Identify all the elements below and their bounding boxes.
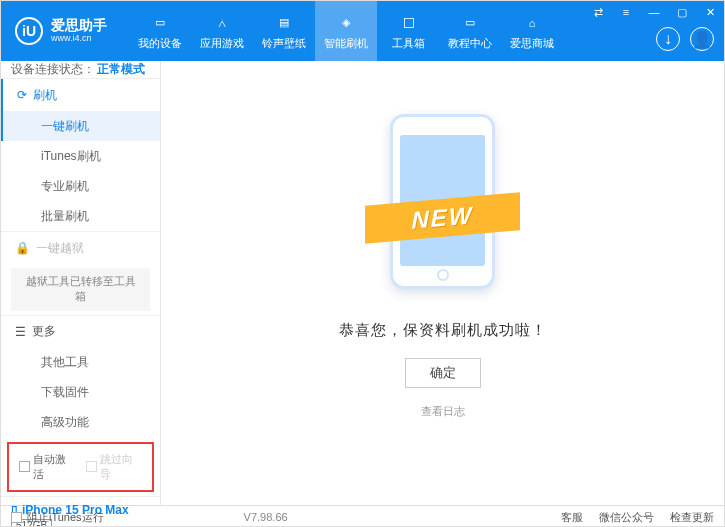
sidebar-flash-header[interactable]: ⟳ 刷机 xyxy=(1,79,160,111)
nav-smart-flash[interactable]: ◈智能刷机 xyxy=(315,1,377,61)
nav-store[interactable]: ⌂爱思商城 xyxy=(501,1,563,61)
success-message: 恭喜您，保资料刷机成功啦！ xyxy=(339,321,547,340)
sidebar-jailbreak-header: 🔒 一键越狱 xyxy=(1,232,160,264)
window-controls: ⇄ ≡ — ▢ ✕ xyxy=(584,1,724,23)
header: iU 爱思助手 www.i4.cn ▭我的设备 ⩑应用游戏 ▤铃声壁纸 ◈智能刷… xyxy=(1,1,724,61)
footer-customer-service[interactable]: 客服 xyxy=(561,510,583,525)
nav-my-device[interactable]: ▭我的设备 xyxy=(129,1,191,61)
success-illustration: NEW xyxy=(343,111,543,291)
logo[interactable]: iU 爱思助手 www.i4.cn xyxy=(1,17,121,45)
sidebar-item-pro[interactable]: 专业刷机 xyxy=(1,171,160,201)
menu-icon[interactable]: ≡ xyxy=(612,1,640,23)
refresh-icon: ⟳ xyxy=(17,88,27,102)
flash-icon: ◈ xyxy=(335,12,357,34)
close-icon[interactable]: ✕ xyxy=(696,1,724,23)
image-icon: ▤ xyxy=(273,12,295,34)
main-content: NEW 恭喜您，保资料刷机成功啦！ 确定 查看日志 xyxy=(161,61,724,505)
store-icon: ⌂ xyxy=(521,12,543,34)
footer-check-update[interactable]: 检查更新 xyxy=(670,510,714,525)
sidebar-more-header[interactable]: ☰ 更多 xyxy=(1,316,160,348)
nav-apps-games[interactable]: ⩑应用游戏 xyxy=(191,1,253,61)
nav-tutorial[interactable]: ▭教程中心 xyxy=(439,1,501,61)
version-label: V7.98.66 xyxy=(244,511,288,523)
toolbox-icon: 🞎 xyxy=(397,12,419,34)
app-url: www.i4.cn xyxy=(51,34,107,44)
auto-activate-checkbox[interactable]: 自动激活 xyxy=(19,452,76,482)
nav-ringtone-wallpaper[interactable]: ▤铃声壁纸 xyxy=(253,1,315,61)
sidebar-item-advanced[interactable]: 高级功能 xyxy=(1,408,160,438)
phone-icon: ▭ xyxy=(149,12,171,34)
maximize-icon[interactable]: ▢ xyxy=(668,1,696,23)
sidebar-item-itunes[interactable]: iTunes刷机 xyxy=(1,141,160,171)
menu-icon: ☰ xyxy=(15,325,26,339)
lock-icon: 🔒 xyxy=(15,241,30,255)
minimize-icon[interactable]: — xyxy=(640,1,668,23)
activation-options: 自动激活 跳过向导 xyxy=(7,442,154,492)
top-nav: ▭我的设备 ⩑应用游戏 ▤铃声壁纸 ◈智能刷机 🞎工具箱 ▭教程中心 ⌂爱思商城 xyxy=(129,1,563,61)
ok-button[interactable]: 确定 xyxy=(405,358,481,388)
view-log-link[interactable]: 查看日志 xyxy=(421,404,465,419)
user-button[interactable]: 👤 xyxy=(690,27,714,51)
nav-toolbox[interactable]: 🞎工具箱 xyxy=(377,1,439,61)
skip-guide-checkbox[interactable]: 跳过向导 xyxy=(86,452,143,482)
new-ribbon: NEW xyxy=(365,192,520,244)
sidebar-item-batch[interactable]: 批量刷机 xyxy=(1,201,160,231)
sidebar: 设备连接状态： 正常模式 ⟳ 刷机 一键刷机 iTunes刷机 专业刷机 批量刷… xyxy=(1,61,161,505)
switch-icon[interactable]: ⇄ xyxy=(584,1,612,23)
sidebar-item-oneclick[interactable]: 一键刷机 xyxy=(1,111,160,141)
connection-status: 设备连接状态： 正常模式 xyxy=(1,61,160,79)
book-icon: ▭ xyxy=(459,12,481,34)
block-itunes-checkbox[interactable]: 阻止iTunes运行 xyxy=(11,510,104,525)
apps-icon: ⩑ xyxy=(211,12,233,34)
download-button[interactable]: ↓ xyxy=(656,27,680,51)
app-title: 爱思助手 xyxy=(51,18,107,33)
jailbreak-note: 越狱工具已转移至工具箱 xyxy=(11,268,150,311)
logo-icon: iU xyxy=(15,17,43,45)
status-value: 正常模式 xyxy=(97,61,145,78)
sidebar-item-download-fw[interactable]: 下载固件 xyxy=(1,378,160,408)
sidebar-item-other-tools[interactable]: 其他工具 xyxy=(1,348,160,378)
footer-wechat[interactable]: 微信公众号 xyxy=(599,510,654,525)
